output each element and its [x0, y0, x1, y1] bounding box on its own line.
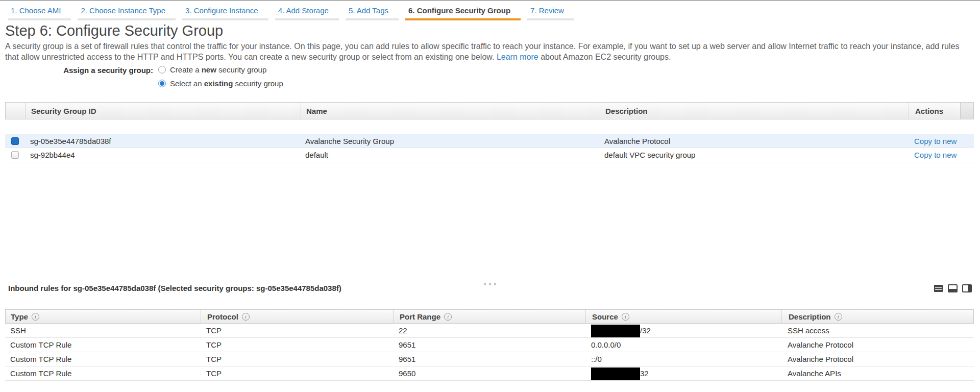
rule-type: Custom TCP Rule: [5, 340, 200, 349]
rule-source: ::/0: [585, 355, 781, 363]
info-icon[interactable]: i: [444, 313, 452, 321]
copy-to-new-link[interactable]: Copy to new: [914, 151, 957, 159]
inbound-rules-table-header: Typei Protocoli Port Rangei Sourcei Desc…: [5, 309, 974, 324]
column-header-security-group-id: Security Group ID: [25, 103, 301, 119]
inbound-rules-title: Inbound rules for sg-05e35e44785da038f (…: [8, 284, 341, 292]
rule-source: 0.0.0.0/0: [585, 340, 781, 349]
column-header-type: Typei: [6, 310, 201, 323]
table-row-sg-avalanche[interactable]: sg-05e35e44785da038f Avalanche Security …: [5, 134, 974, 148]
info-icon[interactable]: i: [242, 313, 250, 321]
page-title: Step 6: Configure Security Group: [5, 22, 223, 39]
column-header-actions: Actions: [909, 103, 960, 119]
rule-protocol: TCP: [200, 369, 393, 378]
radio-select-existing-security-group[interactable]: Select an existing security group: [158, 79, 283, 88]
radio-select-existing-label: Select an existing security group: [170, 79, 283, 88]
radio-create-new-label: Create a new security group: [170, 65, 266, 74]
table-row-sg-default[interactable]: sg-92bb44e4 default default VPC security…: [5, 148, 974, 162]
page-description: A security group is a set of firewall ru…: [5, 41, 963, 62]
assign-security-group-label: Assign a security group:: [0, 65, 153, 93]
inbound-rules-table: Typei Protocoli Port Rangei Sourcei Desc…: [5, 309, 974, 381]
security-group-id: sg-92bb44e4: [24, 151, 300, 159]
security-group-name: Avalanche Security Group: [300, 137, 599, 145]
redacted-source-value: [591, 325, 640, 337]
rule-description: Avalanche Protocol: [781, 340, 974, 349]
tab-review[interactable]: 7. Review: [527, 6, 574, 20]
inbound-rule-row: Custom TCP Rule TCP 9651 ::/0 Avalanche …: [5, 352, 974, 366]
row-checkbox-checked[interactable]: [11, 137, 19, 145]
security-group-name: default: [300, 151, 599, 159]
rule-type: Custom TCP Rule: [5, 369, 200, 378]
tab-add-tags[interactable]: 5. Add Tags: [346, 6, 399, 20]
radio-button-selected-icon[interactable]: [158, 80, 166, 87]
tab-configure-instance[interactable]: 3. Configure Instance: [182, 6, 268, 20]
view-toggle-group: [934, 284, 972, 292]
tab-choose-ami[interactable]: 1. Choose AMI: [8, 6, 71, 20]
rule-description: SSH access: [781, 326, 974, 335]
learn-more-link[interactable]: Learn more: [497, 53, 538, 61]
rule-source: /32: [585, 326, 781, 335]
rule-protocol: TCP: [200, 355, 393, 363]
split-vertical-view-icon[interactable]: [962, 284, 972, 292]
tab-configure-security-group[interactable]: 6. Configure Security Group: [405, 6, 521, 20]
column-header-protocol: Protocoli: [201, 310, 393, 323]
inbound-rule-row: Custom TCP Rule TCP 9651 0.0.0.0/0 Avala…: [5, 338, 974, 352]
split-horizontal-view-icon[interactable]: [948, 284, 958, 292]
list-view-icon[interactable]: [934, 284, 943, 292]
rule-port-range: 9650: [393, 369, 585, 378]
header-scrollbar-gutter: [960, 103, 973, 119]
security-group-id: sg-05e35e44785da038f: [24, 137, 300, 145]
wizard-step-tabs: 1. Choose AMI2. Choose Instance Type3. C…: [0, 1, 980, 20]
redacted-source-value: [591, 368, 640, 380]
rule-protocol: TCP: [200, 326, 393, 335]
rule-type: SSH: [5, 326, 200, 335]
inbound-rule-row: SSH TCP 22 /32 SSH access: [5, 324, 974, 338]
column-header-port-range: Port Rangei: [393, 310, 585, 323]
tab-choose-instance-type[interactable]: 2. Choose Instance Type: [78, 6, 176, 20]
column-header-name: Name: [301, 103, 600, 119]
security-groups-table-header: Security Group ID Name Description Actio…: [5, 102, 974, 119]
page-description-suffix: about Amazon EC2 security groups.: [541, 53, 671, 61]
tab-add-storage[interactable]: 4. Add Storage: [275, 6, 339, 20]
column-header-source: Sourcei: [585, 310, 781, 323]
inbound-rules-header-bar: Inbound rules for sg-05e35e44785da038f (…: [8, 284, 972, 292]
rule-source: 32: [585, 369, 781, 378]
info-icon[interactable]: i: [32, 313, 39, 321]
assign-security-group-form: Assign a security group: Create a new se…: [0, 65, 283, 93]
rule-port-range: 9651: [393, 340, 585, 349]
rule-port-range: 9651: [393, 355, 585, 363]
row-checkbox-unchecked[interactable]: [11, 151, 19, 159]
column-header-description: Descriptioni: [781, 310, 973, 323]
radio-button-icon[interactable]: [158, 66, 166, 74]
rule-port-range: 22: [393, 326, 585, 335]
column-header-description: Description: [600, 103, 909, 119]
security-groups-table: Security Group ID Name Description Actio…: [5, 102, 974, 162]
rule-protocol: TCP: [200, 340, 393, 349]
info-icon[interactable]: i: [835, 313, 842, 321]
page-description-text: A security group is a set of firewall ru…: [5, 42, 959, 61]
rule-type: Custom TCP Rule: [5, 355, 200, 363]
rule-description: Avalanche Protocol: [781, 355, 974, 363]
copy-to-new-link[interactable]: Copy to new: [914, 137, 957, 145]
select-all-column: [6, 103, 25, 119]
security-group-description: default VPC security group: [599, 151, 908, 159]
info-icon[interactable]: i: [622, 313, 629, 321]
inbound-rule-row: Custom TCP Rule TCP 9650 32 Avalanche AP…: [5, 366, 974, 381]
radio-create-new-security-group[interactable]: Create a new security group: [158, 65, 283, 74]
rule-description: Avalanche APIs: [781, 369, 974, 378]
security-group-description: Avalanche Protocol: [599, 137, 908, 145]
